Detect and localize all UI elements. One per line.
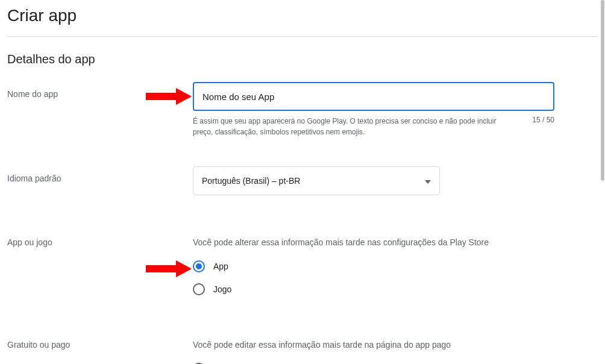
scrollbar-thumb[interactable] [601,0,604,181]
radio-option-game[interactable]: Jogo [193,283,598,295]
app-name-helper-text: É assim que seu app aparecerá no Google … [193,116,512,137]
radio-label-game: Jogo [213,284,231,294]
language-select[interactable]: Português (Brasil) – pt-BR [193,166,440,195]
free-or-paid-info: Você pode editar essa informação mais ta… [193,340,598,350]
section-title: Detalhes do app [7,52,598,66]
divider [7,36,598,37]
form-row-language: Idioma padrão Português (Brasil) – pt-BR [7,166,598,195]
app-or-game-info: Você pode alterar essa informação mais t… [193,237,598,247]
radio-circle-icon [193,283,205,295]
form-row-app-name: Nome do app É assim que seu app aparecer… [7,82,598,137]
scrollbar-track[interactable] [600,0,605,364]
radio-circle-icon [193,260,205,272]
radio-option-app[interactable]: App [193,260,598,272]
arrow-annotation-icon [146,260,192,277]
page-title: Criar app [7,6,598,25]
app-name-input[interactable] [193,82,554,111]
radio-label-app: App [213,262,228,271]
language-selected-value: Português (Brasil) – pt-BR [202,176,300,186]
arrow-annotation-icon [146,88,192,105]
free-or-paid-label: Gratuito ou pago [7,340,193,350]
language-label: Idioma padrão [7,166,193,183]
form-row-free-or-paid: Gratuito ou pago Você pode editar essa i… [7,340,598,364]
chevron-down-icon [425,176,431,186]
form-row-app-or-game: App ou jogo Você pode alterar essa infor… [7,237,598,306]
app-name-char-count: 15 / 50 [525,116,554,137]
app-or-game-label: App ou jogo [7,237,193,247]
